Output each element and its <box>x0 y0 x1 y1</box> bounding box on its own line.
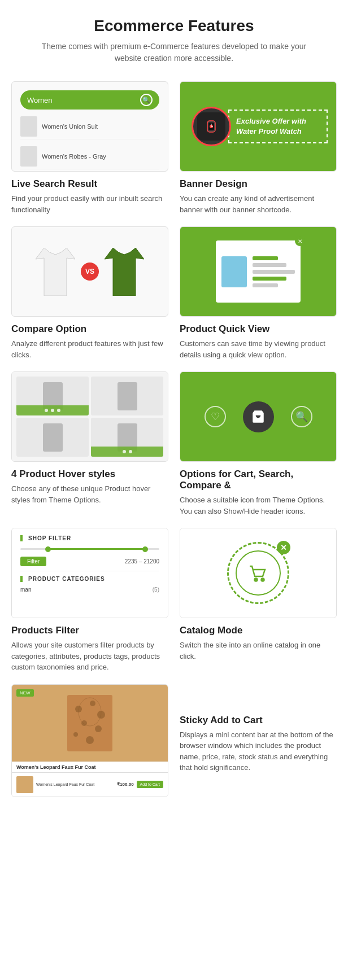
hover-styles-desc: Choose any of these unique Product hover… <box>11 483 168 505</box>
svg-marker-7 <box>223 258 246 286</box>
categories-border: PRODUCT CATEGORIES <box>20 576 159 582</box>
catalog-mode-title: Catalog Mode <box>180 625 337 636</box>
search-text: Women <box>27 96 53 104</box>
catalog-mode-image: ✕ <box>180 528 337 618</box>
banner-mockup: Exclusive Offer with Water Proof Watch <box>180 82 336 171</box>
svg-marker-5 <box>36 248 75 296</box>
feature-sticky-cart: NEW <box>11 684 168 804</box>
cart-options-desc: Choose a suitable icon from Theme Option… <box>180 495 337 517</box>
sticky-price: ₹100.00 <box>117 782 133 787</box>
svg-point-9 <box>262 579 264 581</box>
search-result-item-1: Women's Union Suit <box>20 114 159 139</box>
features-grid: Women 🔍 Women's Union Suit Women's Robes… <box>11 81 337 673</box>
filter-track <box>20 548 159 550</box>
heart-icon: ♡ <box>205 406 226 427</box>
vs-badge: VS <box>81 262 99 281</box>
quickview-shirt <box>221 256 247 287</box>
hover-dot-5 <box>129 450 132 453</box>
hover-item-3 <box>16 418 89 457</box>
sticky-add-button[interactable]: Add to Cart <box>137 781 163 788</box>
hover-overlay-4 <box>91 447 163 457</box>
hover-figure-3 <box>43 423 63 452</box>
live-search-image: Women 🔍 Women's Union Suit Women's Robes… <box>11 81 168 172</box>
hover-mockup <box>12 372 168 461</box>
svg-point-17 <box>86 736 94 744</box>
hover-dot-1 <box>45 409 48 412</box>
page-subtitle: Theme comes with premium e-Commerce feat… <box>11 41 337 64</box>
feature-cart-options: ♡ 🔍 Options for Cart, Search, Compare & … <box>180 371 337 517</box>
feature-live-search: Women 🔍 Women's Union Suit Women's Robes… <box>11 81 168 215</box>
quickview-card: ✕ <box>216 240 301 303</box>
sticky-name: Women's Leopard Faux Fur Coat <box>36 782 114 786</box>
qv-line-1 <box>253 256 278 260</box>
feature-catalog-mode: ✕ Catalog Mode Switch the site into an o… <box>180 528 337 673</box>
feature-banner-design: Exclusive Offer with Water Proof Watch B… <box>180 81 337 215</box>
sticky-cart-section: NEW <box>11 684 337 804</box>
catalog-inner <box>236 550 281 596</box>
sticky-product-tag: NEW <box>16 689 34 697</box>
filter-thumb-left <box>45 546 51 552</box>
hover-dot-4 <box>123 450 126 453</box>
catalog-circle: ✕ <box>227 542 289 604</box>
catalog-mockup: ✕ <box>180 528 336 618</box>
filter-mockup: SHOP FILTER Filter 2235 – 21200 <box>12 528 168 618</box>
search-mockup: Women 🔍 Women's Union Suit Women's Robes… <box>12 82 168 171</box>
sticky-title-bar: Women's Leopard Faux Fur Coat <box>12 762 168 772</box>
banner-watch-inner <box>197 112 225 141</box>
category-row: man (5) <box>20 587 159 593</box>
banner-design-desc: You can create any kind of advertisement… <box>180 193 337 215</box>
filter-row: Filter 2235 – 21200 <box>20 557 159 566</box>
sticky-mockup: NEW <box>12 685 168 797</box>
feature-products-filter: SHOP FILTER Filter 2235 – 21200 <box>11 528 168 673</box>
result-text-2: Women's Robes - Gray <box>42 153 106 160</box>
filter-button[interactable]: Filter <box>20 557 46 566</box>
banner-watch <box>192 107 231 146</box>
page-wrapper: Ecommerce Features Theme comes with prem… <box>0 0 348 821</box>
catalog-x-icon: ✕ <box>277 541 290 554</box>
search-bar: Women 🔍 <box>20 90 159 110</box>
quickview-desc: Customers can save time by viewing produ… <box>180 338 337 360</box>
qv-line-2 <box>253 263 286 267</box>
hover-styles-title: 4 Product Hover styles <box>11 469 168 480</box>
svg-point-16 <box>73 732 78 737</box>
filter-divider <box>20 571 159 571</box>
svg-point-8 <box>255 579 258 581</box>
svg-point-15 <box>95 725 102 732</box>
filter-border: SHOP FILTER <box>20 535 159 541</box>
cart-options-title: Options for Cart, Search, Compare & <box>180 469 337 491</box>
category-name: man <box>20 587 31 593</box>
banner-design-title: Banner Design <box>180 178 337 190</box>
search-icon: 🔍 <box>140 94 153 106</box>
compare-mockup: VS <box>12 227 168 316</box>
white-shirt <box>33 243 78 300</box>
quickview-lines <box>253 256 295 287</box>
quickview-image: ✕ <box>180 226 337 317</box>
compare-title: Compare Option <box>11 323 168 335</box>
hover-dot-2 <box>51 409 54 412</box>
sticky-product-img: NEW <box>12 685 168 762</box>
categories-label: PRODUCT CATEGORIES <box>28 576 159 582</box>
filter-thumb-right <box>142 546 148 552</box>
cart-options-image: ♡ 🔍 <box>180 371 337 462</box>
compare-desc: Analyze different product features with … <box>11 338 168 360</box>
sticky-product-name-title: Women's Leopard Faux Fur Coat <box>16 764 96 770</box>
sticky-thumb <box>16 776 33 793</box>
filter-price: 2235 – 21200 <box>125 558 159 565</box>
hover-item-2 <box>91 377 163 415</box>
hover-item-1 <box>16 377 89 415</box>
compare-image: VS <box>11 226 168 317</box>
hover-figure-2 <box>118 382 137 410</box>
filter-slider <box>20 548 159 550</box>
cart-mockup: ♡ 🔍 <box>180 372 336 461</box>
result-thumb-1 <box>20 116 37 137</box>
result-thumb-2 <box>20 146 37 167</box>
quickview-title: Product Quick View <box>180 323 337 335</box>
hover-overlay-1 <box>16 405 89 415</box>
feature-compare: VS Compare Option Analyze different prod… <box>11 226 168 360</box>
sticky-bottom-bar: Women's Leopard Faux Fur Coat ₹100.00 Ad… <box>12 772 168 797</box>
sticky-cart-image: NEW <box>11 684 168 797</box>
feature-hover-styles: 4 Product Hover styles Choose any of the… <box>11 371 168 517</box>
live-search-desc: Find your product easily with our inbuil… <box>11 193 168 215</box>
live-search-title: Live Search Result <box>11 178 168 190</box>
qv-line-5 <box>253 283 278 287</box>
